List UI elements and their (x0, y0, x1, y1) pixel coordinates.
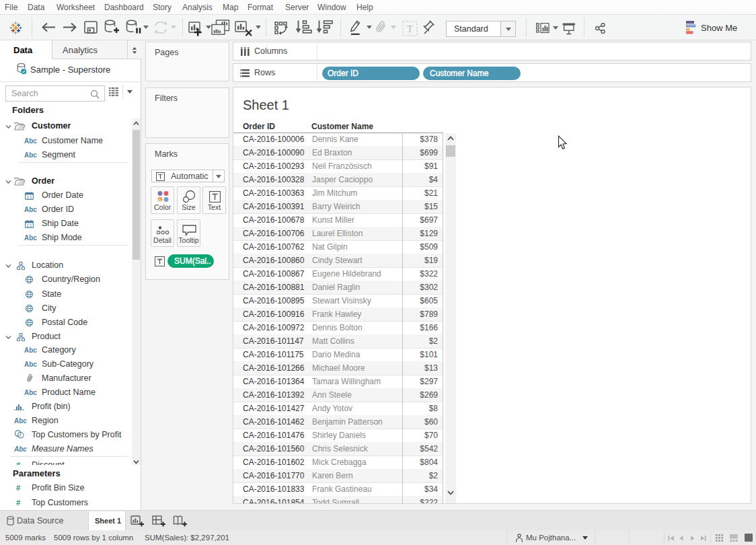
svg-text:T: T (407, 24, 413, 34)
